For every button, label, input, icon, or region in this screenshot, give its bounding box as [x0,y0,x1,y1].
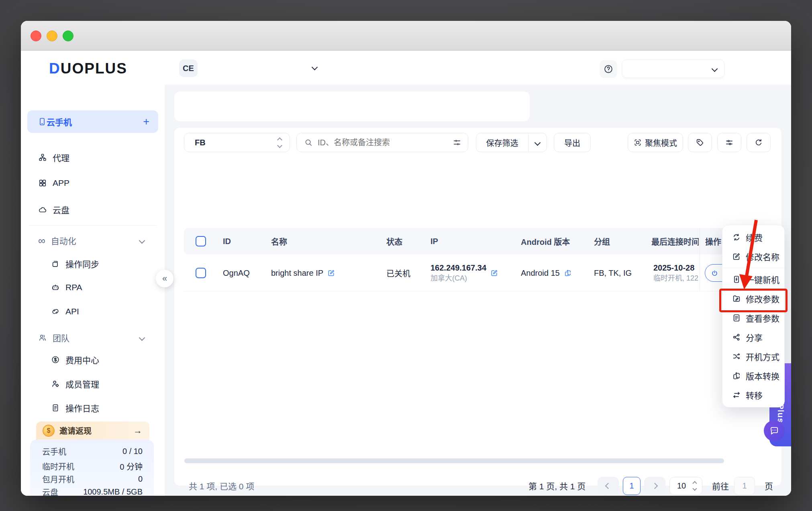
android-version: Android 15 [521,269,560,278]
proxy-icon [38,153,47,162]
search-box[interactable] [296,133,468,152]
page-size-select[interactable]: 10 [669,477,702,495]
goto-unit-label: 页 [765,480,773,492]
app-logo: DUOPLUS [49,60,127,77]
refresh-button[interactable] [747,133,771,152]
next-page-button[interactable] [644,477,665,495]
sidebar-item-proxy[interactable]: 代理 [21,146,182,169]
sidebar-item-cloud-phone[interactable]: 云手机 + [27,110,158,133]
menu-item-version-convert[interactable]: 版本转换 [722,366,784,385]
menu-item-renew[interactable]: 续费 [722,228,784,247]
tag-button[interactable] [688,133,712,152]
save-filter-split-button[interactable]: 保存筛选 [476,133,547,152]
menu-item-label: 开机方式 [746,350,779,362]
export-button[interactable]: 导出 [554,133,591,152]
focus-icon [634,138,642,147]
select-updown-icon [278,138,282,147]
shuffle-icon [732,352,741,361]
add-cloud-phone-button[interactable]: + [143,116,149,128]
infinity-icon: ∞ [38,236,45,244]
chat-bubble-icon [769,425,779,436]
cell-ip: 162.249.167.34 加拿大(CA) [430,254,498,291]
chat-support-button[interactable] [764,420,785,441]
search-icon [304,138,313,147]
select-all-checkbox[interactable] [196,236,206,246]
minimize-window-button[interactable] [47,31,57,41]
sidebar-item-label: 代理 [53,151,69,163]
ip-address: 162.249.167.34 [430,262,486,273]
collapse-icon: « [162,273,167,284]
current-page-button[interactable]: 1 [623,477,641,495]
version-switch-icon[interactable] [564,269,572,277]
advanced-filter-icon[interactable] [453,138,461,147]
zoom-window-button[interactable] [63,31,73,41]
header-group[interactable]: 分组 [594,228,610,254]
app-grid-icon [38,179,47,187]
sidebar-section-label: 自动化 [51,234,76,246]
sidebar-item-app[interactable]: APP [21,172,182,194]
row-checkbox[interactable] [196,268,206,278]
horizontal-scrollbar[interactable] [184,458,724,463]
sidebar-item-label: 操作同步 [65,258,99,270]
sidebar-section-team[interactable]: 团队 [21,326,182,349]
workspace-badge[interactable]: CE [179,59,198,77]
row-checkbox-cell [196,254,206,291]
header-last-connect[interactable]: 最后连接时间 [651,228,699,254]
window-titlebar[interactable] [21,21,791,51]
device-table-card [174,128,781,486]
header-name[interactable]: 名称 [271,228,287,254]
sidebar-section-automation[interactable]: ∞ 自动化 [21,229,182,252]
save-filter-button[interactable]: 保存筛选 [476,137,528,149]
header-status[interactable]: 状态 [386,228,402,254]
column-settings-button[interactable] [717,133,741,152]
header-id[interactable]: ID [223,228,231,254]
menu-divider [722,268,784,268]
edit-ip-icon[interactable] [490,269,498,277]
sliders-icon [725,138,734,147]
save-filter-dropdown[interactable] [528,140,547,145]
device-name: bright share IP [271,269,323,278]
help-button[interactable] [600,60,617,78]
sidebar-collapse-button[interactable]: « [156,270,173,287]
group-filter-select[interactable]: FB [184,133,290,152]
cell-name: bright share IP [271,254,335,291]
goto-page-input[interactable] [734,477,755,495]
annotation-highlight-box [719,289,788,312]
menu-item-label: 转移 [746,389,763,401]
stat-value: 0 [138,474,143,484]
header-android-version[interactable]: Android 版本 [521,228,570,254]
focus-mode-button[interactable]: 聚焦模式 [628,133,683,152]
last-connect-date: 2025-10-28 [653,262,698,273]
menu-item-rename[interactable]: 修改名称 [722,247,784,266]
stat-label: 临时开机 [42,460,74,472]
main-content: 默认 Android 1... Android 15 Bright IG Tes… [165,85,791,496]
menu-item-label: 查看参数 [746,312,779,324]
chevron-down-icon [139,334,145,341]
invite-cashback-banner[interactable]: $ 邀请返现 → [36,421,149,440]
cell-android-version: Android 15 [521,254,572,291]
edit-name-icon[interactable] [327,269,335,277]
menu-item-transfer[interactable]: 转移 [722,385,784,405]
search-input[interactable] [317,138,449,148]
menu-item-share[interactable]: 分享 [722,328,784,347]
stat-label: 包月开机 [42,473,74,485]
sync-icon [51,259,60,268]
account-select[interactable] [622,59,724,78]
cell-id: OgnAQ [223,254,250,291]
menu-item-boot-mode[interactable]: 开机方式 [722,347,784,366]
close-window-button[interactable] [31,31,41,41]
document-icon [732,314,741,322]
page-size-value: 10 [677,481,686,491]
workspace-chevron-down-icon[interactable] [312,64,318,71]
sidebar-item-cloud-disk[interactable]: 云盘 [21,198,182,221]
version-switch-icon [732,371,741,380]
prev-page-button[interactable] [598,477,619,495]
menu-item-one-key-new-device[interactable]: 一键新机 [722,270,784,289]
sidebar: DUOPLUS 云手机 + 代理 APP 云盘 ∞ 自动化 操作同步 [21,51,165,496]
header-ip[interactable]: IP [430,228,438,254]
member-gear-icon [51,379,60,388]
sidebar-item-label: RPA [65,283,82,292]
cloud-icon [38,205,47,214]
dollar-circle-icon [51,355,60,364]
select-updown-icon [693,482,696,490]
